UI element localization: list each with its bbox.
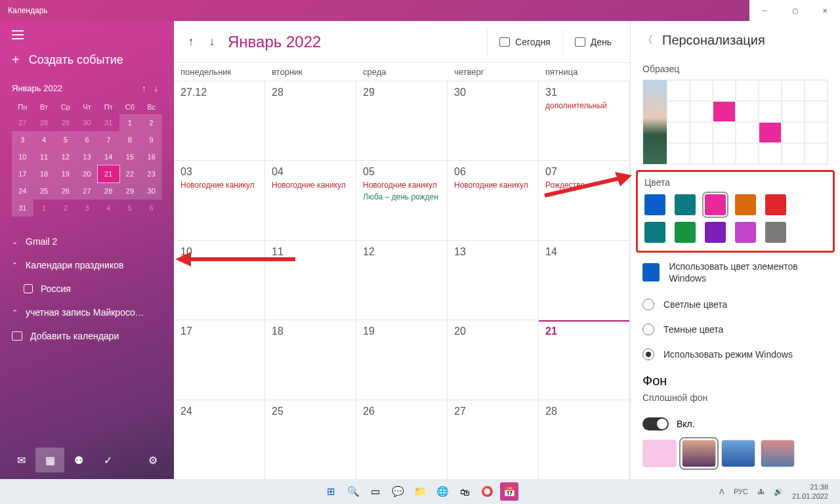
maximize-button[interactable]: ▢ <box>780 0 810 21</box>
task-view-icon[interactable]: ▭ <box>366 482 385 501</box>
mini-day[interactable]: 10 <box>12 148 33 165</box>
calendar-cell[interactable]: 27 <box>448 400 539 479</box>
mini-day[interactable]: 20 <box>76 165 98 182</box>
search-icon[interactable]: 🔍 <box>344 482 362 501</box>
calendar-cell[interactable]: 03Новогодние каникул <box>174 160 265 240</box>
mini-day[interactable]: 3 <box>12 131 33 148</box>
mini-day[interactable]: 22 <box>119 165 141 182</box>
taskbar[interactable]: ⊞ 🔍 ▭ 💬 📁 🌐 🛍 ⭕ 📅 ᐱ РУС 🖧 🔊 21:38 21.01.… <box>0 479 840 504</box>
event-item[interactable]: Новогодние каникул <box>363 180 440 190</box>
mini-day[interactable]: 19 <box>54 165 76 182</box>
mini-day[interactable]: 17 <box>12 165 33 182</box>
bg-thumb[interactable] <box>761 440 795 467</box>
theme-light-radio[interactable]: Светлые цвета <box>631 292 840 317</box>
mini-day[interactable]: 30 <box>76 114 98 131</box>
people-icon[interactable]: ⚉ <box>64 448 93 472</box>
bg-thumb[interactable] <box>721 440 755 467</box>
color-swatch[interactable] <box>705 194 726 215</box>
calendar-icon[interactable]: ▦ <box>35 448 64 472</box>
view-day-button[interactable]: День <box>562 29 623 55</box>
theme-dark-radio[interactable]: Темные цвета <box>631 317 840 342</box>
calendar-cell[interactable]: 14 <box>539 240 630 320</box>
chat-icon[interactable]: 💬 <box>388 482 407 501</box>
mini-day[interactable]: 23 <box>140 165 162 182</box>
hamburger-menu[interactable] <box>0 26 174 43</box>
color-swatch[interactable] <box>765 222 786 243</box>
mini-day[interactable]: 6 <box>140 200 162 217</box>
color-swatch[interactable] <box>735 194 756 215</box>
color-swatch[interactable] <box>765 194 786 215</box>
mini-day[interactable]: 31 <box>98 114 119 131</box>
calendar-cell[interactable]: 26 <box>356 400 448 479</box>
calendar-cell[interactable]: 25 <box>265 400 356 479</box>
mini-day[interactable]: 4 <box>33 131 55 148</box>
today-button[interactable]: Сегодня <box>487 29 562 55</box>
calendar-cell[interactable]: 10 <box>174 240 265 320</box>
calendar-cell[interactable]: 29 <box>356 81 448 160</box>
event-item[interactable]: Новогодние каникул <box>454 180 532 190</box>
calendar-cell[interactable]: 31дополнительный <box>539 81 630 160</box>
edge-icon[interactable]: 🌐 <box>433 482 452 501</box>
mini-day[interactable]: 25 <box>33 182 55 200</box>
mini-day[interactable]: 13 <box>76 148 98 165</box>
chrome-icon[interactable]: ⭕ <box>478 482 496 501</box>
color-swatch[interactable] <box>705 222 726 243</box>
explorer-icon[interactable]: 📁 <box>411 482 429 501</box>
use-windows-color[interactable]: Использовать цвет элементов Windows <box>631 253 840 292</box>
mini-month-label[interactable]: Январь 2022 <box>12 83 62 93</box>
mini-day[interactable]: 26 <box>54 182 76 200</box>
start-button[interactable]: ⊞ <box>322 482 340 501</box>
color-swatch[interactable] <box>644 222 665 243</box>
calendar-cell[interactable]: 20 <box>448 320 539 399</box>
event-item[interactable]: Рождество <box>545 180 623 190</box>
calendar-cell[interactable]: 28 <box>539 400 630 479</box>
mini-day[interactable]: 4 <box>98 200 119 217</box>
mini-prev-icon[interactable]: ↑ <box>138 83 150 93</box>
new-event-button[interactable]: + Создать событие <box>0 43 174 77</box>
calendar-cell[interactable]: 11 <box>265 240 356 320</box>
calendar-cell[interactable]: 18 <box>265 320 356 399</box>
calendar-cell[interactable]: 19 <box>356 320 448 399</box>
background-toggle[interactable] <box>642 417 669 430</box>
mini-day[interactable]: 9 <box>140 131 162 148</box>
event-item[interactable]: Новогодние каникул <box>180 180 258 190</box>
color-swatch[interactable] <box>644 194 665 215</box>
mini-day[interactable]: 29 <box>54 114 76 131</box>
next-month-button[interactable]: ↓ <box>201 32 222 52</box>
calendar-taskbar-icon[interactable]: 📅 <box>500 482 518 501</box>
mail-icon[interactable]: ✉ <box>7 448 35 472</box>
calendar-cell[interactable]: 27.12 <box>174 81 265 160</box>
calendar-russia[interactable]: Россия <box>0 277 174 301</box>
mini-day[interactable]: 5 <box>54 131 76 148</box>
mini-day[interactable]: 2 <box>140 114 162 131</box>
volume-icon[interactable]: 🔊 <box>774 488 783 496</box>
mini-day[interactable]: 8 <box>119 131 141 148</box>
mini-day[interactable]: 1 <box>33 200 55 217</box>
mini-day[interactable]: 27 <box>12 114 33 131</box>
mini-day[interactable]: 15 <box>119 148 141 165</box>
calendar-cell[interactable]: 21 <box>539 320 630 399</box>
gear-icon[interactable]: ⚙ <box>138 448 167 472</box>
store-icon[interactable]: 🛍 <box>455 482 474 501</box>
calendar-cell[interactable]: 05Новогодние каникулЛюба – день рожден <box>356 160 448 240</box>
mini-day[interactable]: 3 <box>76 200 98 217</box>
mini-day[interactable]: 7 <box>98 131 119 148</box>
theme-windows-radio[interactable]: Использовать режим Windows <box>631 342 840 367</box>
tray-chevron-icon[interactable]: ᐱ <box>719 488 724 496</box>
mini-day[interactable]: 30 <box>140 182 162 200</box>
minimize-button[interactable]: ─ <box>749 0 780 21</box>
mini-day[interactable]: 21 <box>98 165 119 182</box>
calendar-cell[interactable]: 13 <box>448 240 539 320</box>
calendar-cell[interactable]: 04Новогодние каникул <box>265 160 356 240</box>
mini-day[interactable]: 28 <box>33 114 55 131</box>
mini-day[interactable]: 12 <box>54 148 76 165</box>
color-swatch[interactable] <box>735 222 756 243</box>
back-icon[interactable]: 〈 <box>642 33 653 47</box>
checkbox-icon[interactable] <box>24 284 33 293</box>
close-button[interactable]: ✕ <box>810 0 840 21</box>
mini-day[interactable]: 27 <box>76 182 98 200</box>
account-gmail[interactable]: ⌄ Gmail 2 <box>0 230 174 253</box>
calendar-cell[interactable]: 28 <box>265 81 356 160</box>
mini-day[interactable]: 1 <box>119 114 141 131</box>
mini-day[interactable]: 16 <box>140 148 162 165</box>
